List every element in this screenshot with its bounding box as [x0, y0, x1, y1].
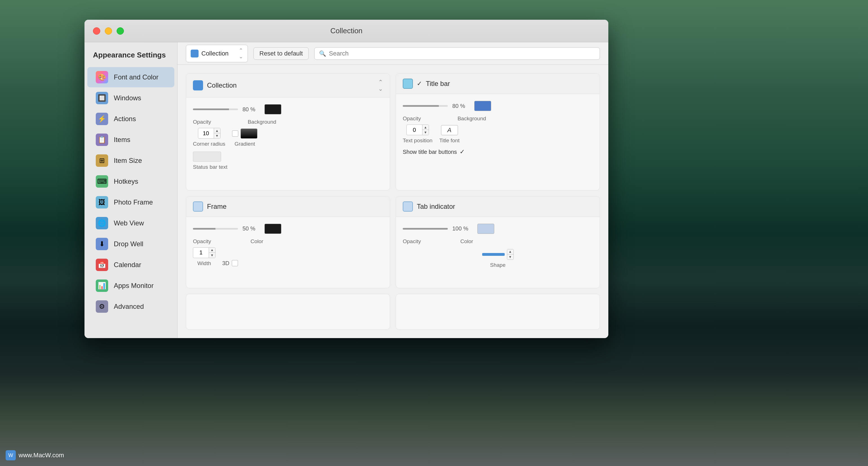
- collection-background-label: Background: [248, 119, 276, 125]
- collection-dropdown[interactable]: Collection ⌃⌄: [186, 45, 248, 62]
- search-icon: 🔍: [319, 50, 326, 57]
- show-title-bar-check: ✓: [460, 148, 465, 155]
- windows-icon: 🔲: [96, 92, 108, 104]
- sidebar-item-windows[interactable]: 🔲 Windows: [87, 88, 174, 108]
- collection-dropdown-label: Collection: [202, 50, 236, 57]
- collection-gradient-swatch[interactable]: [241, 128, 257, 139]
- collection-gradient-checkbox[interactable]: [232, 130, 238, 137]
- title-bar-text-position-control: 0 ▲ ▼ Text position: [403, 124, 433, 144]
- title-bar-panel-icon: [403, 79, 413, 89]
- tab-indicator-panel-body: 100 % Opacity Color: [396, 217, 599, 275]
- text-position-down[interactable]: ▼: [423, 130, 429, 135]
- web-view-icon: 🌐: [96, 217, 108, 229]
- title-bar-controls-row2: 0 ▲ ▼ Text position A Title: [403, 124, 593, 144]
- sidebar-label-calendar: Calendar: [114, 261, 141, 269]
- sidebar-item-calendar[interactable]: 📅 Calendar: [87, 255, 174, 275]
- tab-shape-indicator[interactable]: [482, 253, 505, 256]
- collection-corner-radius-field[interactable]: 10: [198, 128, 214, 138]
- collection-status-bar-swatch[interactable]: [193, 152, 221, 162]
- title-bar-opacity-pct: 80 %: [452, 103, 465, 109]
- collection-opacity-row: 80 %: [193, 104, 383, 114]
- show-title-bar-label: Show title bar buttons: [403, 149, 457, 155]
- window-title: Collection: [330, 27, 363, 35]
- collection-corner-radius-input[interactable]: 10 ▲ ▼: [198, 128, 220, 139]
- collection-gradient-control: Gradient: [232, 128, 257, 147]
- window-title-bar: Collection: [85, 20, 608, 42]
- frame-width-down[interactable]: ▼: [209, 253, 215, 258]
- title-bar-title-font-control: A Title font: [439, 125, 460, 144]
- sidebar-label-photo-frame: Photo Frame: [114, 198, 153, 206]
- title-bar-background-swatch[interactable]: [474, 101, 491, 111]
- frame-controls-row2: 1 ▲ ▼ Width 3D: [193, 247, 383, 266]
- watermark-text: www.MacW.com: [19, 452, 64, 459]
- sidebar-item-web-view[interactable]: 🌐 Web View: [87, 213, 174, 233]
- collection-panel-icon: [193, 80, 203, 90]
- sidebar-item-hotkeys[interactable]: ⌨ Hotkeys: [87, 171, 174, 192]
- font-and-color-icon: 🎨: [96, 71, 108, 83]
- tab-indicator-panel-icon: [403, 201, 413, 211]
- frame-width-input[interactable]: 1 ▲ ▼: [193, 247, 215, 258]
- frame-opacity-pct: 50 %: [243, 225, 255, 232]
- toolbar: Collection ⌃⌄ Reset to default 🔍: [178, 42, 608, 65]
- frame-width-up[interactable]: ▲: [209, 247, 215, 253]
- hotkeys-icon: ⌨: [96, 175, 108, 187]
- sidebar-item-advanced[interactable]: ⚙ Advanced: [87, 296, 174, 317]
- title-bar-text-position-field[interactable]: 0: [407, 125, 422, 135]
- tab-indicator-panel: Tab indicator 100 % Opacity: [396, 196, 600, 289]
- sidebar-item-actions[interactable]: ⚡ Actions: [87, 109, 174, 129]
- corner-radius-up[interactable]: ▲: [214, 128, 220, 133]
- frame-color-swatch[interactable]: [265, 224, 281, 234]
- collection-panel-chevron: ⌃⌄: [378, 79, 383, 92]
- collection-opacity-slider[interactable]: [193, 109, 238, 110]
- frame-panel-body: 50 % Opacity Color: [186, 217, 390, 273]
- title-bar-opacity-slider[interactable]: [403, 105, 448, 107]
- frame-3d-checkbox[interactable]: [232, 260, 238, 266]
- sidebar-item-apps-monitor[interactable]: 📊 Apps Monitor: [87, 275, 174, 296]
- right-content: Collection ⌃⌄ Reset to default 🔍 Collect…: [178, 42, 608, 338]
- frame-width-control: 1 ▲ ▼ Width: [193, 247, 215, 266]
- sidebar-label-apps-monitor: Apps Monitor: [114, 282, 154, 290]
- tab-opacity-slider[interactable]: [403, 228, 448, 230]
- item-size-icon: ⊞: [96, 154, 108, 167]
- collection-panel: Collection ⌃⌄ 80 % Opaci: [186, 73, 390, 191]
- title-bar-text-position-label: Text position: [403, 138, 433, 144]
- collection-corner-radius-label: Corner radius: [193, 141, 225, 147]
- maximize-button[interactable]: [117, 27, 124, 35]
- title-bar-opacity-label: Opacity: [403, 116, 421, 122]
- minimize-button[interactable]: [105, 27, 112, 35]
- sidebar-label-font-and-color: Font and Color: [114, 73, 159, 81]
- sidebar-item-drop-well[interactable]: ⬇ Drop Well: [87, 234, 174, 254]
- collection-background-swatch[interactable]: [265, 104, 281, 114]
- sidebar-item-items[interactable]: 📋 Items: [87, 129, 174, 150]
- sidebar-item-photo-frame[interactable]: 🖼 Photo Frame: [87, 192, 174, 212]
- tab-opacity-pct: 100 %: [452, 225, 468, 232]
- frame-panel-header: Frame: [186, 196, 390, 217]
- panel-content: Collection ⌃⌄ 80 % Opaci: [178, 65, 608, 338]
- reset-to-default-button[interactable]: Reset to default: [253, 47, 309, 60]
- tab-shape-up[interactable]: ▲: [507, 249, 514, 255]
- tab-opacity-label: Opacity: [403, 238, 421, 244]
- tab-shape-label: Shape: [490, 262, 505, 268]
- title-bar-text-position-input[interactable]: 0 ▲ ▼: [406, 124, 429, 135]
- tab-shape-arrows: ▲ ▼: [507, 249, 514, 260]
- collection-corner-arrows: ▲ ▼: [214, 128, 220, 138]
- text-position-up[interactable]: ▲: [423, 125, 429, 130]
- title-bar-title-font-swatch[interactable]: A: [441, 125, 458, 135]
- sidebar-label-windows: Windows: [114, 94, 141, 102]
- close-button[interactable]: [93, 27, 100, 35]
- tab-shape-down[interactable]: ▼: [507, 255, 514, 260]
- frame-panel: Frame 50 % Opacity Col: [186, 196, 390, 289]
- frame-width-field[interactable]: 1: [193, 247, 209, 258]
- collection-corner-radius-control: 10 ▲ ▼ Corner radius: [193, 128, 225, 147]
- search-bar[interactable]: 🔍: [314, 47, 600, 60]
- tab-color-swatch[interactable]: [477, 224, 494, 234]
- sidebar-item-font-and-color[interactable]: 🎨 Font and Color: [87, 67, 174, 87]
- frame-opacity-slider[interactable]: [193, 228, 238, 230]
- corner-radius-down[interactable]: ▼: [214, 133, 220, 138]
- traffic-lights: [93, 27, 124, 35]
- sidebar-item-item-size[interactable]: ⊞ Item Size: [87, 150, 174, 171]
- sidebar-label-item-size: Item Size: [114, 157, 142, 165]
- search-input[interactable]: [329, 50, 595, 57]
- frame-color-label: Color: [250, 238, 263, 244]
- watermark: W www.MacW.com: [6, 450, 64, 460]
